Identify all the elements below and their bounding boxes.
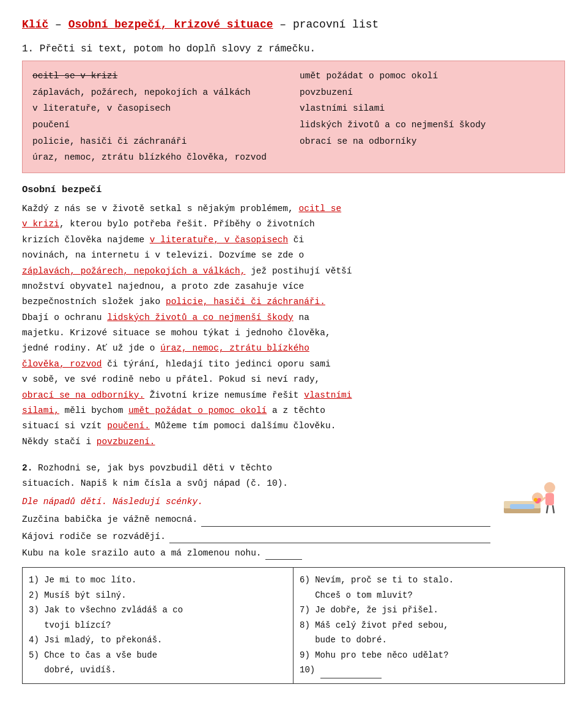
bottom-table: 1) Je mi to moc líto. 2) Musíš být silný…: [22, 567, 565, 684]
bottom-left-4: 4) Jsi mladý, to překonáš.: [29, 633, 287, 648]
task2-row-3: Kubu na kole srazilo auto a má zlomenou …: [22, 546, 565, 561]
task2-row-3-text: Kubu na kole srazilo auto a má zlomenou …: [22, 546, 262, 561]
pink-box: ocitl se v krizi umět požádat o pomoc ok…: [22, 61, 565, 173]
task2-row-2-text: Kájovi rodiče se rozvádějí.: [22, 529, 166, 544]
title-bold: Klíč: [22, 18, 48, 31]
bottom-left-2: 2) Musíš být silný.: [29, 588, 287, 603]
svg-line-11: [553, 505, 554, 513]
title-main: Osobní bezpečí, krizové situace: [68, 18, 273, 31]
main-paragraph: Každý z nás se v životě setkal s nějakým…: [22, 201, 565, 450]
section-heading: Osobní bezpečí: [22, 184, 565, 195]
bottom-right-9: 9) Mohu pro tebe něco udělat?: [300, 648, 558, 663]
title-sep1: –: [48, 18, 68, 31]
task2-label: 2. Rozhodni se, jak bys povzbudil děti v…: [22, 461, 565, 492]
task1-label: 1. Přečti si text, potom ho doplň slovy …: [22, 43, 565, 54]
svg-point-8: [534, 498, 537, 502]
svg-rect-5: [545, 493, 554, 505]
pink-box-item-4: povzbuzení: [300, 85, 555, 100]
pink-box-item-6: vlastními silami: [300, 101, 555, 116]
svg-line-10: [547, 505, 548, 513]
pink-box-item-10: obrací se na odborníky: [300, 134, 555, 149]
bottom-right-7: 7) Je dobře, že jsi přišel.: [300, 603, 558, 618]
pink-box-item-1: ocitl se v krizi: [32, 69, 287, 84]
task2-row-1: Zuzčina babička je vážně nemocná.: [22, 512, 490, 527]
svg-point-9: [537, 498, 541, 502]
kw-povzbuzeni: povzbuzení.: [97, 437, 155, 447]
bottom-left-1: 1) Je mi to moc líto.: [29, 573, 287, 588]
pink-box-item-7: poučení: [32, 117, 287, 133]
task2-section: 2. Rozhodni se, jak bys povzbudil děti v…: [22, 461, 565, 561]
bottom-right-8: 8) Máš celý život před sebou, bude to do…: [300, 618, 558, 648]
svg-point-4: [544, 482, 555, 493]
bottom-right-6: 6) Nevím, proč se ti to stalo. Chceš o t…: [300, 573, 558, 603]
kw-umet: umět požádat o pomoc okolí: [128, 406, 267, 415]
task2-row-2-line: [169, 543, 490, 543]
kw-pouceni: poučení.: [107, 421, 150, 431]
title-suffix: – pracovní list: [273, 18, 378, 31]
kw-krize: ocitl sev krizi: [22, 204, 341, 229]
kw-policie: policie, hasiči či záchranáři.: [166, 297, 325, 306]
bottom-table-right: 6) Nevím, proč se ti to stalo. Chceš o t…: [294, 568, 564, 683]
kw-lidskych: lidských životů a co nejmenší škody: [107, 313, 294, 322]
svg-rect-3: [510, 504, 534, 509]
kw-obracise: obrací se na odborníky.: [22, 390, 144, 400]
pink-box-item-2: umět požádat o pomoc okolí: [300, 69, 555, 84]
page-title: Klíč – Osobní bezpečí, krizové situace –…: [22, 17, 565, 32]
task2-row-2: Kájovi rodiče se rozvádějí.: [22, 529, 490, 544]
pink-box-item-11: úraz, nemoc, ztrátu blízkého člověka, ro…: [32, 150, 287, 165]
task2-row-1-text: Zuzčina babička je vážně nemocná.: [22, 512, 198, 527]
illustration: [498, 464, 565, 532]
bottom-table-left: 1) Je mi to moc líto. 2) Musíš být silný…: [23, 568, 294, 683]
pink-box-item-3: záplavách, požárech, nepokojích a válkác…: [32, 85, 287, 100]
kw-literatura: v literatuře, v časopisech: [150, 235, 288, 245]
bottom-right-10: 10): [300, 663, 558, 678]
pink-box-item-5: v literatuře, v časopisech: [32, 101, 287, 116]
pink-box-item-8: lidských životů a co nejmenší škody: [300, 117, 555, 133]
bottom-left-5: 5) Chce to čas a vše bude dobré, uvidíš.: [29, 648, 287, 678]
kw-uraz: úraz, nemoc, ztrátu blízkého člověka, ro…: [22, 343, 309, 368]
bottom-left-3: 3) Jak to všechno zvládáš a co tvoji blí…: [29, 603, 287, 633]
task2-row-3-line: [265, 559, 302, 560]
kw-zaplavach: záplavách, požárech, nepokojích a válkác…: [22, 266, 245, 276]
task2-subtitle: Dle nápadů dětí. Následují scénky.: [22, 494, 565, 510]
task2-row-1-line: [201, 526, 490, 527]
pink-box-item-9: policie, hasiči či záchranáři: [32, 134, 287, 149]
